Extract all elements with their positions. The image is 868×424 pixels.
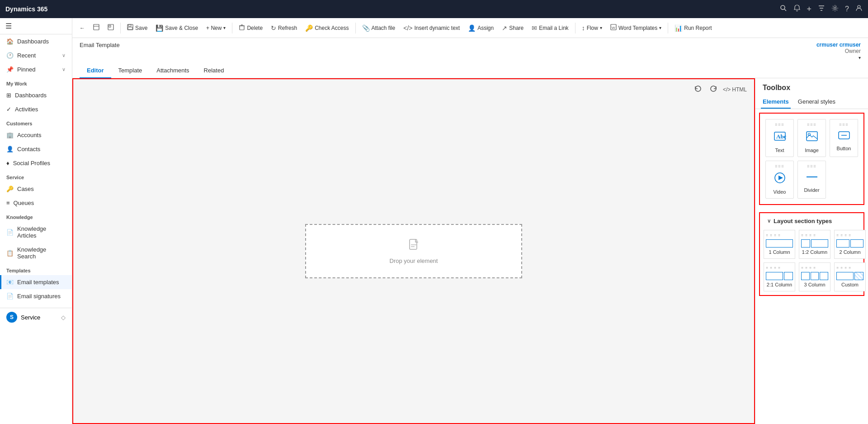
layout-3col-preview: ⠿ ⠿ ⠿ ⠿ xyxy=(801,267,828,280)
undo-button[interactable] xyxy=(692,83,704,96)
toolbox-tab-elements[interactable]: Elements xyxy=(761,95,791,109)
form-view-icon xyxy=(93,24,99,32)
svg-point-3 xyxy=(858,5,860,8)
layout-21col[interactable]: ⠿ ⠿ ⠿ ⠿ 2:1 Column xyxy=(764,262,795,291)
new-button[interactable]: + New ▾ xyxy=(203,23,229,33)
sidebar-item-accounts[interactable]: 🏢 Accounts xyxy=(0,128,72,142)
sidebar-item-knowledge-articles[interactable]: 📄 Knowledge Articles xyxy=(0,222,72,243)
nav-icons: + ? xyxy=(780,5,863,14)
divider-element-icon xyxy=(806,172,818,185)
sidebar-item-activities[interactable]: ✓ Activities xyxy=(0,102,72,116)
sidebar-item-queues[interactable]: ≡ Queues xyxy=(0,196,72,210)
text-element-icon: Abc xyxy=(774,130,786,145)
text-label: Text xyxy=(775,148,784,153)
save-icon xyxy=(127,24,133,32)
form-title: Email Template xyxy=(80,42,120,48)
section-header-customers: Customers xyxy=(0,116,72,128)
attach-file-button[interactable]: 📎 Attach file xyxy=(359,23,399,33)
insert-dynamic-button[interactable]: </> Insert dynamic text xyxy=(400,23,463,33)
layout-chevron-icon: ∨ xyxy=(767,218,771,224)
dropdown-icon: ▾ xyxy=(223,25,226,30)
toolbox-elements-grid: ⠿⠿⠿ Abc Text ⠿⠿⠿ Image xyxy=(764,117,860,159)
word-templates-button[interactable]: W Word Templates ▾ xyxy=(607,22,665,33)
toolbox-header: Toolbox xyxy=(755,78,868,95)
toolbox-video-item[interactable]: ⠿⠿⠿ Video xyxy=(765,161,794,199)
signature-icon: 📄 xyxy=(6,293,14,300)
sidebar-item-email-signatures[interactable]: 📄 Email signatures xyxy=(0,289,72,303)
hamburger-icon[interactable]: ☰ xyxy=(5,22,12,30)
sidebar-item-home[interactable]: 🏠 Dashboards xyxy=(0,34,72,48)
sidebar-item-recent[interactable]: 🕐 Recent ∨ xyxy=(0,48,72,62)
word-chevron-icon: ▾ xyxy=(659,25,661,30)
toolbox-tab-general-styles[interactable]: General styles xyxy=(796,95,837,109)
svg-rect-7 xyxy=(109,25,111,27)
assign-button[interactable]: 👤 Assign xyxy=(464,23,497,33)
sidebar-item-cases[interactable]: 🔑 Cases xyxy=(0,182,72,196)
layout-2col[interactable]: ⠿ ⠿ ⠿ ⠿ 2 Column xyxy=(834,230,866,259)
app-layout: ☰ 🏠 Dashboards 🕐 Recent ∨ 📌 Pinned ∨ My … xyxy=(0,18,868,424)
sidebar-item-dashboards[interactable]: ⊞ Dashboards xyxy=(0,88,72,102)
search2-icon: 📋 xyxy=(6,250,14,257)
layout-grid: ⠿ ⠿ ⠿ ⠿ 1 Column ⠿ ⠿ ⠿ ⠿ xyxy=(760,228,863,295)
owner-name[interactable]: crmuser crmuser xyxy=(816,42,861,48)
owner-chevron-icon[interactable]: ▾ xyxy=(859,55,861,60)
user-icon[interactable] xyxy=(855,5,863,14)
toolbox-divider-item[interactable]: ⠿⠿⠿ Divider xyxy=(797,161,826,199)
bell-icon[interactable] xyxy=(793,5,801,14)
toolbox-text-item[interactable]: ⠿⠿⠿ Abc Text xyxy=(765,119,794,157)
word-icon: W xyxy=(610,24,617,32)
form-view-button[interactable] xyxy=(90,22,103,33)
chevron-down-icon: ∨ xyxy=(62,52,66,58)
filter-icon[interactable] xyxy=(818,5,825,14)
tab-editor[interactable]: Editor xyxy=(80,63,111,78)
tab-view-button[interactable] xyxy=(104,22,118,33)
layout-3col[interactable]: ⠿ ⠿ ⠿ ⠿ 3 Column xyxy=(799,262,830,291)
check-access-button[interactable]: 🔑 Check Access xyxy=(302,23,352,33)
image-element-icon xyxy=(806,130,818,145)
save-close-button[interactable]: 💾 Save & Close xyxy=(152,23,202,33)
layout-12col[interactable]: ⠿ ⠿ ⠿ ⠿ 1:2 Column xyxy=(799,230,830,259)
sidebar-top: ☰ xyxy=(0,18,72,34)
tab-template[interactable]: Template xyxy=(111,63,150,78)
sidebar-item-social-profiles[interactable]: ♦ Social Profiles xyxy=(0,156,72,170)
plus-icon[interactable]: + xyxy=(807,5,812,14)
section-header-mywork: My Work xyxy=(0,76,72,88)
email-icon: ✉ xyxy=(532,24,537,32)
html-badge[interactable]: </> HTML xyxy=(723,86,747,93)
form-tabs: Editor Template Attachments Related xyxy=(80,63,861,78)
tab-attachments[interactable]: Attachments xyxy=(149,63,196,78)
sidebar: ☰ 🏠 Dashboards 🕐 Recent ∨ 📌 Pinned ∨ My … xyxy=(0,18,72,424)
refresh-button[interactable]: ↻ Refresh xyxy=(267,23,301,33)
layout-custom[interactable]: ⠿ ⠿ ⠿ ⠿ Custom xyxy=(834,262,866,291)
sidebar-item-pinned[interactable]: 📌 Pinned ∨ xyxy=(0,62,72,76)
sidebar-item-contacts[interactable]: 👤 Contacts xyxy=(0,142,72,156)
layout-21col-preview: ⠿ ⠿ ⠿ ⠿ xyxy=(766,267,793,280)
clock-icon: 🕐 xyxy=(6,52,14,59)
top-navbar: Dynamics 365 + ? xyxy=(0,0,868,18)
toolbox-image-item[interactable]: ⠿⠿⠿ Image xyxy=(797,119,826,157)
custom-label: Custom xyxy=(841,282,859,287)
drop-zone[interactable]: Drop your element xyxy=(305,224,522,278)
toolbox-button-item[interactable]: ⠿⠿⠿ Button xyxy=(830,119,858,157)
settings-icon[interactable] xyxy=(831,5,839,14)
tab-related[interactable]: Related xyxy=(197,63,231,78)
sidebar-item-knowledge-search[interactable]: 📋 Knowledge Search xyxy=(0,243,72,263)
redo-button[interactable] xyxy=(708,83,719,96)
email-link-button[interactable]: ✉ Email a Link xyxy=(528,23,572,33)
drag-dots: ⠿⠿⠿ xyxy=(839,123,849,127)
delete-icon xyxy=(239,24,245,32)
chevron-right-icon[interactable]: ◇ xyxy=(61,314,66,321)
sidebar-footer-label: Service xyxy=(21,314,40,321)
svg-line-1 xyxy=(784,9,786,11)
layout-1col[interactable]: ⠿ ⠿ ⠿ ⠿ 1 Column xyxy=(764,230,795,259)
help-icon[interactable]: ? xyxy=(845,5,849,13)
back-button[interactable]: ← xyxy=(76,23,89,33)
share-button[interactable]: ↗ Share xyxy=(498,23,527,33)
sidebar-item-email-templates[interactable]: 📧 Email templates xyxy=(0,275,72,289)
save-button[interactable]: Save xyxy=(123,22,151,33)
run-report-button[interactable]: 📊 Run Report xyxy=(671,23,715,33)
flow-button[interactable]: ↕ Flow ▾ xyxy=(578,23,606,33)
delete-button[interactable]: Delete xyxy=(235,22,266,33)
tab-view-icon xyxy=(108,24,114,32)
search-icon[interactable] xyxy=(780,5,787,14)
